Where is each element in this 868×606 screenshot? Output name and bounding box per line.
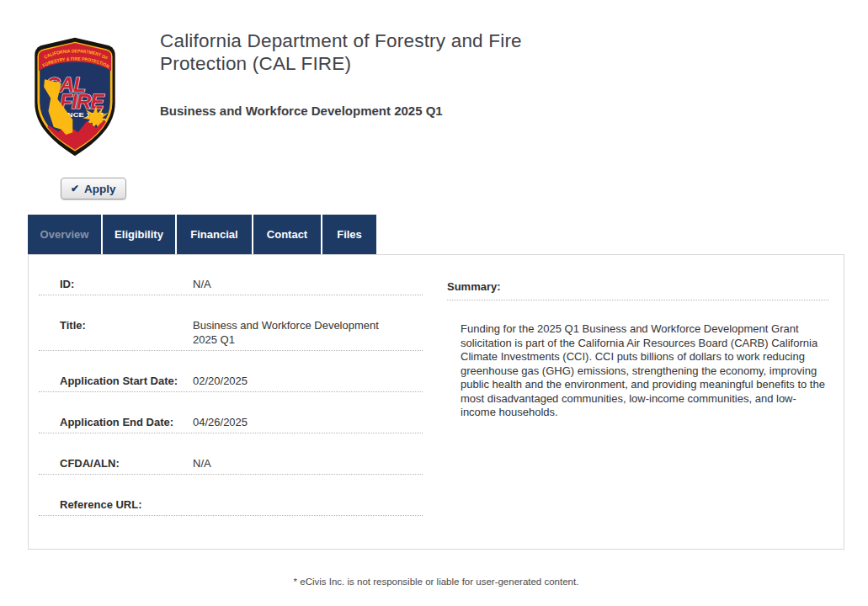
- field-value: N/A: [193, 277, 211, 291]
- cal-fire-logo: CALIFORNIA DEPARTMENT OF FORESTRY & FIRE…: [29, 34, 120, 160]
- apply-button[interactable]: ✔ Apply: [61, 178, 126, 199]
- apply-button-label: Apply: [84, 183, 116, 195]
- field-row-end-date: Application End Date: 04/26/2025: [39, 415, 423, 433]
- field-label: Application Start Date:: [39, 374, 193, 388]
- field-value: Business and Workforce Development 2025 …: [193, 318, 382, 347]
- field-label: Title:: [39, 318, 193, 347]
- field-value: 04/26/2025: [193, 415, 248, 429]
- tab-contact[interactable]: Contact: [253, 215, 321, 254]
- field-label: CFDA/ALN:: [39, 456, 193, 470]
- field-label: Reference URL:: [39, 497, 193, 512]
- page-title: California Department of Forestry and Fi…: [160, 30, 551, 75]
- checkmark-icon: ✔: [71, 183, 79, 194]
- field-row-id: ID: N/A: [39, 277, 423, 295]
- field-label: ID:: [39, 277, 193, 291]
- field-row-title: Title: Business and Workforce Developmen…: [39, 318, 423, 351]
- summary-text: Funding for the 2025 Q1 Business and Wor…: [461, 322, 828, 420]
- field-label: Application End Date:: [39, 415, 193, 429]
- details-column: ID: N/A Title: Business and Workforce De…: [29, 255, 431, 549]
- summary-column: Summary: Funding for the 2025 Q1 Busines…: [431, 255, 844, 549]
- tab-overview[interactable]: Overview: [28, 215, 101, 254]
- logo-word-fire: FIRE: [60, 90, 104, 113]
- field-value: N/A: [193, 456, 211, 470]
- field-row-cfda: CFDA/ALN: N/A: [39, 456, 423, 475]
- tab-bar: Overview Eligibility Financial Contact F…: [28, 215, 376, 254]
- disclaimer-text: * eCivis Inc. is not responsible or liab…: [28, 577, 844, 587]
- summary-label: Summary:: [447, 280, 828, 300]
- overview-panel: ID: N/A Title: Business and Workforce De…: [28, 254, 844, 550]
- tab-financial[interactable]: Financial: [177, 215, 252, 254]
- tab-eligibility[interactable]: Eligibility: [103, 215, 175, 254]
- program-subtitle: Business and Workforce Development 2025 …: [160, 104, 443, 118]
- field-value: 02/20/2025: [193, 374, 248, 388]
- field-row-start-date: Application Start Date: 02/20/2025: [39, 374, 423, 392]
- cal-fire-shield-icon: CALIFORNIA DEPARTMENT OF FORESTRY & FIRE…: [29, 34, 120, 160]
- field-row-reference-url: Reference URL:: [39, 497, 423, 516]
- tab-files[interactable]: Files: [322, 215, 376, 254]
